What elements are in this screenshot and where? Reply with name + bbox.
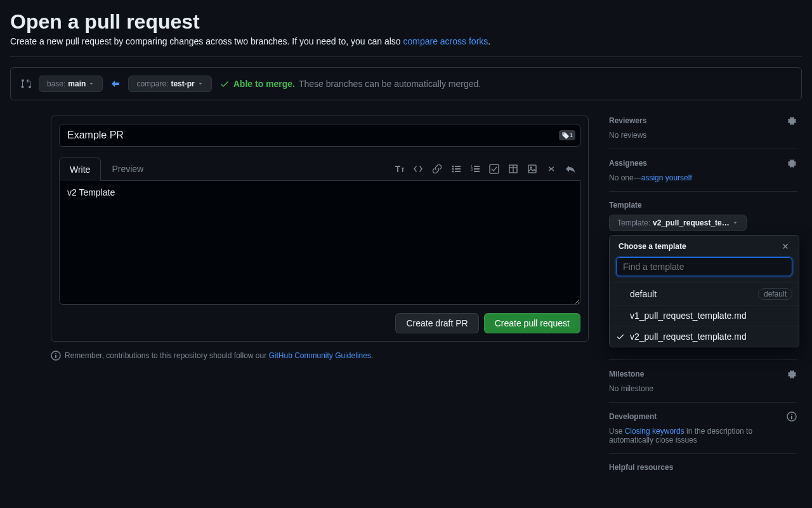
- svg-rect-9: [474, 168, 480, 170]
- svg-text:2: 2: [471, 168, 473, 171]
- svg-point-21: [791, 414, 792, 415]
- svg-rect-11: [490, 164, 499, 173]
- svg-point-2: [452, 170, 454, 172]
- reply-icon[interactable]: [565, 164, 575, 174]
- number-list-icon[interactable]: 12: [470, 164, 480, 174]
- caret-down-icon: [88, 81, 95, 87]
- popover-title: Choose a template: [619, 242, 686, 251]
- info-icon[interactable]: [787, 411, 797, 422]
- svg-point-1: [452, 168, 454, 170]
- create-draft-button[interactable]: Create draft PR: [395, 313, 478, 333]
- template-search-input[interactable]: [616, 257, 792, 276]
- svg-rect-10: [474, 171, 480, 172]
- caret-down-icon: [732, 220, 738, 226]
- milestone-label: Milestone: [609, 370, 644, 378]
- svg-rect-19: [55, 355, 56, 358]
- template-option-v2[interactable]: v2_pull_request_template.md: [610, 326, 799, 347]
- link-icon[interactable]: [432, 164, 442, 174]
- development-label: Development: [609, 412, 657, 421]
- gear-icon[interactable]: [787, 158, 797, 168]
- tab-write[interactable]: Write: [59, 157, 101, 181]
- pr-body-textarea[interactable]: v2 Template: [59, 181, 580, 305]
- svg-point-16: [530, 167, 532, 168]
- tasklist-icon[interactable]: [489, 164, 499, 174]
- table-icon[interactable]: [508, 164, 518, 174]
- template-select-button[interactable]: Template: v2_pull_request_te…: [609, 215, 747, 231]
- svg-rect-3: [455, 166, 461, 167]
- collapse-icon[interactable]: [546, 164, 556, 174]
- svg-rect-8: [474, 166, 480, 167]
- tab-preview[interactable]: Preview: [101, 157, 154, 180]
- template-option-default[interactable]: default default: [610, 283, 799, 305]
- svg-rect-4: [455, 168, 461, 170]
- merge-status: Able to merge. These branches can be aut…: [219, 79, 481, 89]
- tag-icon[interactable]: 1: [559, 130, 575, 140]
- image-icon[interactable]: [527, 164, 537, 174]
- guidelines-link[interactable]: GitHub Community Guidelines: [269, 351, 371, 360]
- gear-icon[interactable]: [787, 369, 797, 379]
- default-badge: default: [758, 288, 792, 300]
- svg-point-18: [55, 353, 56, 354]
- page-subtitle: Create a new pull request by comparing c…: [10, 36, 802, 46]
- svg-rect-22: [791, 416, 792, 419]
- reviewers-label: Reviewers: [609, 116, 646, 125]
- closing-keywords-link[interactable]: Closing keywords: [625, 427, 684, 436]
- page-title: Open a pull request: [10, 10, 802, 34]
- gear-icon[interactable]: [787, 116, 797, 126]
- template-label: Template: [609, 201, 642, 210]
- base-branch-select[interactable]: base: main: [39, 76, 103, 92]
- svg-rect-15: [528, 165, 536, 173]
- code-icon[interactable]: [413, 164, 423, 174]
- info-icon: [51, 351, 61, 361]
- range-editor: base: main compare: test-pr Able to merg…: [10, 67, 802, 100]
- svg-rect-5: [455, 171, 461, 172]
- heading-icon[interactable]: [394, 164, 404, 174]
- close-icon[interactable]: [781, 242, 790, 251]
- compare-branch-select[interactable]: compare: test-pr: [128, 76, 211, 92]
- create-pr-button[interactable]: Create pull request: [484, 313, 580, 333]
- template-option-v1[interactable]: v1_pull_request_template.md: [610, 305, 799, 326]
- helpful-resources-label: Helpful resources: [609, 463, 673, 472]
- arrow-left-icon: [110, 79, 121, 89]
- assign-yourself-link[interactable]: assign yourself: [641, 173, 692, 182]
- pr-title-input[interactable]: [59, 124, 580, 147]
- assignees-label: Assignees: [609, 159, 647, 168]
- template-popover: Choose a template default default v1_pul…: [609, 235, 799, 347]
- bullet-list-icon[interactable]: [451, 164, 461, 174]
- guidelines-note: Remember, contributions to this reposito…: [51, 351, 589, 361]
- caret-down-icon: [197, 81, 204, 87]
- check-icon: [219, 79, 230, 89]
- svg-point-0: [452, 165, 454, 167]
- milestone-body: No milestone: [609, 384, 797, 393]
- reviewers-body: No reviews: [609, 131, 797, 140]
- check-icon: [616, 332, 625, 341]
- compare-forks-link[interactable]: compare across forks: [403, 36, 488, 46]
- git-compare-icon: [21, 79, 31, 89]
